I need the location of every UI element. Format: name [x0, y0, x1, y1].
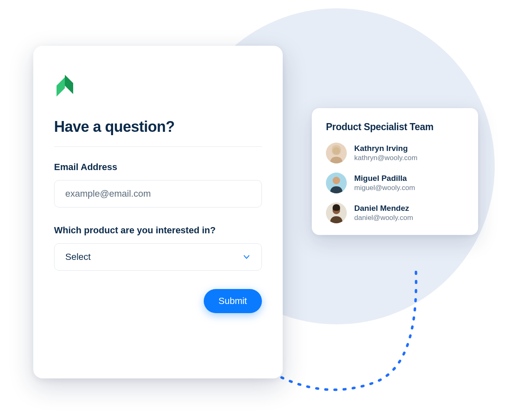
member-email: kathryn@wooly.com — [354, 153, 417, 163]
email-label: Email Address — [54, 162, 262, 173]
divider — [54, 146, 262, 147]
chevron-down-icon — [242, 253, 251, 261]
form-title: Have a question? — [54, 118, 262, 136]
team-member: Daniel Mendez daniel@wooly.com — [326, 203, 464, 223]
submit-button[interactable]: Submit — [204, 289, 262, 313]
member-email: miguel@wooly.com — [354, 183, 415, 193]
product-select[interactable]: Select — [54, 243, 262, 271]
avatar — [326, 143, 347, 163]
member-email: daniel@wooly.com — [354, 213, 413, 222]
product-label: Which product are you interested in? — [54, 225, 262, 236]
email-input[interactable] — [54, 180, 262, 208]
team-card: Product Specialist Team Kathryn Irving k… — [312, 108, 478, 235]
team-member: Miguel Padilla miguel@wooly.com — [326, 173, 464, 193]
member-name: Miguel Padilla — [354, 173, 415, 184]
svg-marker-2 — [57, 77, 65, 96]
brand-logo-icon — [54, 69, 76, 102]
svg-point-7 — [333, 177, 340, 184]
avatar — [326, 203, 347, 223]
team-title: Product Specialist Team — [326, 121, 464, 133]
avatar — [326, 173, 347, 193]
member-name: Daniel Mendez — [354, 203, 413, 214]
team-member: Kathryn Irving kathryn@wooly.com — [326, 143, 464, 163]
question-form-card: Have a question? Email Address Which pro… — [33, 46, 283, 378]
member-name: Kathryn Irving — [354, 143, 417, 154]
svg-marker-3 — [65, 75, 73, 94]
product-select-value: Select — [65, 252, 91, 262]
